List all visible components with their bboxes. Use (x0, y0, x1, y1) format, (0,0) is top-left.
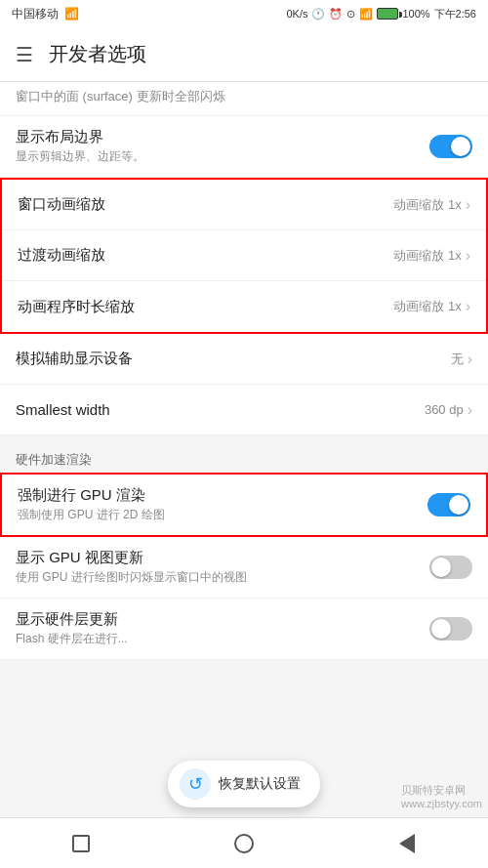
watermark: 贝斯特安卓网www.zjbstyy.com (395, 781, 488, 811)
speed-text: 0K/s (286, 8, 307, 20)
alarm-icon: ⏰ (329, 8, 343, 21)
setting-item-animation-duration[interactable]: 动画程序时长缩放 动画缩放 1x › (2, 281, 486, 332)
signal-icon: 📶 (64, 7, 79, 21)
setting-item-display-layout[interactable]: 显示布局边界 显示剪辑边界、边距等。 (0, 116, 488, 178)
content-area: 窗口中的面 (surface) 更新时全部闪烁 显示布局边界 显示剪辑边界、边距… (0, 82, 488, 817)
display-layout-title: 显示布局边界 (16, 128, 429, 146)
force-gpu-toggle[interactable] (427, 493, 470, 517)
setting-item-window-animation[interactable]: 窗口动画缩放 动画缩放 1x › (2, 180, 486, 230)
force-gpu-subtitle: 强制使用 GPU 进行 2D 绘图 (18, 507, 427, 523)
partial-text: 窗口中的面 (surface) 更新时全部闪烁 (16, 89, 225, 103)
nav-recent-button[interactable] (61, 824, 101, 863)
battery-icon (377, 8, 398, 20)
show-gpu-view-title: 显示 GPU 视图更新 (16, 549, 429, 567)
setting-item-force-gpu[interactable]: 强制进行 GPU 渲染 强制使用 GPU 进行 2D 绘图 (2, 475, 486, 535)
status-right: 0K/s 🕐 ⏰ ⊙ 📶 100% 下午2:56 (286, 7, 476, 21)
page-title: 开发者选项 (49, 41, 146, 67)
setting-item-simulate-display[interactable]: 模拟辅助显示设备 无 › (0, 334, 488, 385)
window-animation-chevron: › (466, 196, 470, 214)
simulate-display-chevron: › (468, 351, 472, 368)
show-hardware-layer-toggle-thumb (431, 619, 451, 639)
animation-duration-chevron: › (466, 298, 470, 315)
section-label-hardware: 硬件加速渲染 (0, 443, 488, 473)
battery-text: 100% (402, 8, 429, 20)
status-left: 中国移动 📶 (12, 6, 79, 22)
network-icon: ⊙ (346, 8, 355, 21)
floating-restore-button[interactable]: ↺ 恢复默认设置 (168, 761, 320, 807)
transition-animation-chevron: › (466, 247, 470, 265)
status-bar: 中国移动 📶 0K/s 🕐 ⏰ ⊙ 📶 100% 下午2:56 (0, 0, 488, 27)
setting-item-smallest-width[interactable]: Smallest width 360 dp › (0, 385, 488, 435)
show-gpu-view-subtitle: 使用 GPU 进行绘图时闪烁显示窗口中的视图 (16, 569, 429, 586)
restore-icon: ↺ (180, 768, 211, 800)
recent-icon (72, 835, 90, 852)
simulate-display-value: 无 › (451, 351, 472, 368)
animation-group: 窗口动画缩放 动画缩放 1x › 过渡动画缩放 动画缩放 1x › 动画程序时长… (0, 178, 488, 334)
setting-item-show-gpu-view[interactable]: 显示 GPU 视图更新 使用 GPU 进行绘图时闪烁显示窗口中的视图 (0, 537, 488, 599)
smallest-width-title: Smallest width (16, 401, 425, 418)
simulate-display-title: 模拟辅助显示设备 (16, 350, 451, 368)
show-hardware-layer-title: 显示硬件层更新 (16, 610, 429, 629)
window-animation-title: 窗口动画缩放 (18, 195, 393, 214)
nav-home-button[interactable] (224, 824, 264, 863)
display-layout-subtitle: 显示剪辑边界、边距等。 (16, 148, 429, 165)
show-hardware-layer-subtitle: Flash 硬件层在进行... (16, 631, 429, 647)
animation-duration-title: 动画程序时长缩放 (18, 298, 393, 316)
app-bar: ☰ 开发者选项 (0, 27, 488, 82)
section-divider-1 (0, 435, 488, 443)
smallest-width-value: 360 dp › (425, 401, 472, 419)
transition-animation-title: 过渡动画缩放 (18, 246, 393, 265)
force-gpu-toggle-thumb (449, 495, 468, 515)
bottom-nav (0, 817, 488, 868)
window-animation-value: 动画缩放 1x › (393, 196, 470, 214)
transition-animation-value: 动画缩放 1x › (393, 247, 470, 265)
signal-bars-icon: 📶 (359, 8, 373, 21)
clock-icon: 🕐 (311, 8, 325, 21)
home-icon (234, 834, 254, 853)
smallest-width-chevron: › (468, 401, 472, 419)
setting-item-transition-animation[interactable]: 过渡动画缩放 动画缩放 1x › (2, 230, 486, 281)
hamburger-icon[interactable]: ☰ (16, 43, 33, 66)
nav-back-button[interactable] (387, 824, 427, 863)
setting-item-show-hardware-layer[interactable]: 显示硬件层更新 Flash 硬件层在进行... (0, 599, 488, 660)
show-hardware-layer-toggle[interactable] (429, 617, 472, 641)
show-gpu-view-toggle-thumb (431, 558, 451, 577)
gpu-group: 强制进行 GPU 渲染 强制使用 GPU 进行 2D 绘图 (0, 473, 488, 537)
toggle-thumb (451, 137, 470, 156)
time-text: 下午2:56 (434, 7, 476, 21)
back-icon (399, 834, 415, 853)
display-layout-toggle[interactable] (429, 135, 472, 158)
force-gpu-title: 强制进行 GPU 渲染 (18, 486, 427, 505)
animation-duration-value: 动画缩放 1x › (393, 298, 470, 315)
partial-top-item: 窗口中的面 (surface) 更新时全部闪烁 (0, 82, 488, 116)
carrier-text: 中国移动 (12, 6, 59, 22)
show-gpu-view-toggle[interactable] (429, 556, 472, 579)
restore-label: 恢复默认设置 (219, 775, 301, 793)
